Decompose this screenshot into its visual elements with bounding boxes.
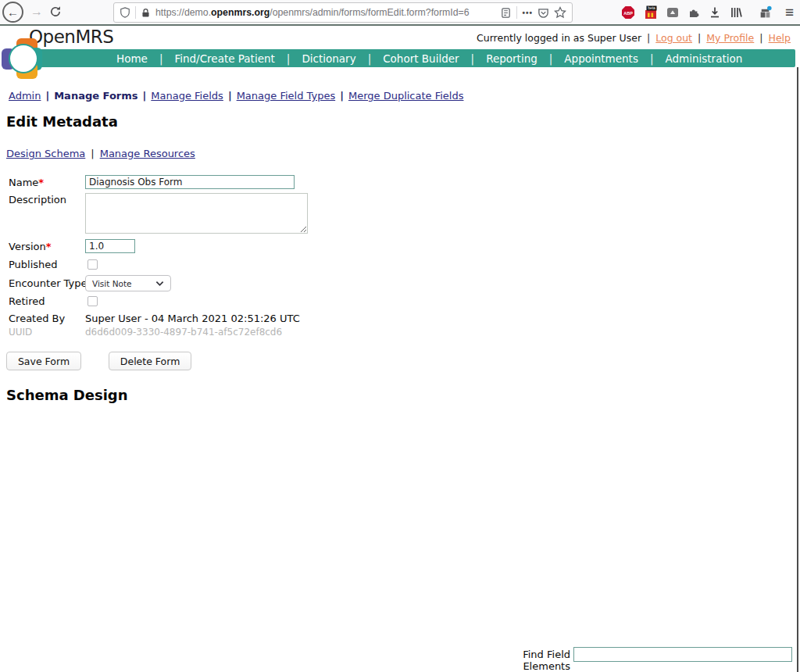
uuid-value: d6d6d009-3330-4897-b741-af5c72ef8cd6 [85, 327, 282, 338]
downloads-button[interactable] [709, 6, 721, 19]
logo-white-circle [10, 45, 37, 72]
my-profile-link[interactable]: My Profile [706, 32, 754, 44]
extension-toolbar: ABP beta [621, 0, 794, 24]
main-navigation-bar: Home | Find/Create Patient | Dictionary … [12, 49, 795, 67]
nav-item-appointments[interactable]: Appointments [552, 52, 650, 65]
retired-checkbox[interactable] [88, 296, 98, 306]
form-subnav: Design Schema | Manage Resources [6, 148, 195, 159]
created-by-label: Created By [9, 313, 65, 324]
reader-mode-icon [500, 7, 512, 19]
divider [135, 6, 136, 19]
openmrs-logo-icon [2, 38, 42, 79]
divider: | [228, 90, 232, 102]
form-buttons: Save Form Delete Form [6, 352, 191, 370]
divider [516, 6, 517, 19]
lock-icon [141, 8, 151, 18]
save-form-button[interactable]: Save Form [6, 352, 81, 370]
published-row: Published [9, 259, 58, 270]
created-by-value: Super User - 04 March 2021 02:51:26 UTC [85, 313, 300, 324]
name-input[interactable] [85, 175, 295, 189]
nav-item-reporting[interactable]: Reporting [474, 52, 549, 65]
breadcrumb-merge-duplicate-fields-link[interactable]: Merge Duplicate Fields [348, 90, 464, 102]
logout-link[interactable]: Log out [655, 32, 692, 44]
beta-extension-icon: beta [644, 5, 658, 20]
published-checkbox[interactable] [88, 259, 98, 270]
manage-resources-link[interactable]: Manage Resources [100, 148, 195, 159]
encounter-type-select[interactable]: Visit Note [85, 275, 171, 291]
page-actions-button[interactable]: ••• [522, 9, 533, 17]
logged-in-text: Currently logged in as Super User [477, 32, 641, 44]
browser-forward-button[interactable]: → [28, 3, 45, 20]
retired-row: Retired [9, 295, 45, 307]
divider: | [647, 32, 650, 44]
delete-form-button[interactable]: Delete Form [109, 352, 191, 370]
openmrs-form-edit-screen: ← → https://demo.openmrs.org/openmrs/adm… [0, 0, 800, 672]
adblock-extension-button[interactable]: ABP [621, 5, 635, 20]
adblock-abp-icon: ABP [621, 5, 635, 20]
published-label: Published [9, 259, 58, 270]
nav-item-home[interactable]: Home [105, 52, 159, 65]
breadcrumb-manage-field-types-link[interactable]: Manage Field Types [237, 90, 336, 102]
uuid-row: UUID [9, 327, 32, 338]
screenshot-extension-button[interactable] [666, 6, 679, 19]
encounter-type-row: Encounter Type [9, 277, 87, 289]
nav-item-administration[interactable]: Administration [653, 52, 754, 65]
uuid-label: UUID [9, 327, 32, 338]
reload-icon [49, 5, 62, 18]
page-right-border [797, 67, 798, 672]
nav-item-cohort-builder[interactable]: Cohort Builder [371, 52, 470, 65]
url-domain: openmrs.org [211, 7, 270, 18]
nav-item-dictionary[interactable]: Dictionary [290, 52, 367, 65]
version-input[interactable] [85, 239, 135, 253]
reader-mode-button[interactable] [500, 7, 512, 19]
schema-design-title: Schema Design [6, 387, 128, 403]
version-row: Version* [9, 241, 52, 252]
breadcrumb-manage-forms-current: Manage Forms [54, 90, 138, 102]
pocket-button[interactable] [538, 7, 549, 19]
browser-reload-button[interactable] [47, 3, 64, 20]
star-icon [554, 6, 566, 19]
version-label: Version* [9, 241, 52, 252]
extensions-button[interactable] [688, 6, 700, 19]
logged-in-bar: Currently logged in as Super User | Log … [477, 32, 791, 44]
nav-item-find-create-patient[interactable]: Find/Create Patient [162, 52, 286, 65]
find-field-elements-label: Find Field Elements [473, 649, 570, 672]
tracking-shield-icon [120, 7, 130, 18]
pocket-icon [538, 7, 549, 19]
breadcrumb-manage-fields-link[interactable]: Manage Fields [151, 90, 223, 102]
help-link[interactable]: Help [769, 32, 791, 44]
url-text[interactable]: https://demo.openmrs.org/openmrs/admin/f… [155, 7, 495, 18]
divider: | [340, 90, 344, 102]
browser-toolbar: ← → https://demo.openmrs.org/openmrs/adm… [0, 0, 800, 26]
browser-back-button[interactable]: ← [2, 2, 23, 23]
url-prefix: https://demo. [155, 7, 211, 18]
page-title: Edit Metadata [6, 113, 118, 130]
encounter-type-selected-value: Visit Note [92, 279, 155, 288]
forward-arrow-icon: → [30, 5, 43, 19]
address-bar[interactable]: https://demo.openmrs.org/openmrs/admin/f… [113, 2, 573, 23]
name-row: Name* [9, 177, 44, 188]
description-textarea[interactable] [85, 193, 308, 234]
find-field-elements-input[interactable] [573, 647, 792, 662]
svg-text:ABP: ABP [623, 10, 633, 15]
divider: | [698, 32, 701, 44]
divider: | [91, 148, 94, 159]
required-marker: * [46, 241, 52, 252]
svg-text:beta: beta [648, 5, 655, 10]
encounter-type-label: Encounter Type [9, 277, 87, 289]
design-schema-link[interactable]: Design Schema [6, 148, 85, 159]
url-path: /openmrs/admin/forms/formEdit.form?formI… [270, 7, 469, 18]
breadcrumb: Admin | Manage Forms | Manage Fields | M… [9, 90, 463, 102]
beta-extension-button[interactable]: beta [644, 5, 658, 20]
whats-new-button[interactable] [759, 5, 772, 19]
breadcrumb-admin-link[interactable]: Admin [9, 90, 41, 102]
screenshot-camera-icon [666, 6, 679, 19]
library-icon [730, 6, 742, 19]
library-button[interactable] [730, 6, 742, 19]
menu-button[interactable]: ≡ [785, 4, 794, 21]
download-icon [709, 6, 721, 19]
created-by-row: Created By [9, 313, 65, 324]
divider: | [759, 32, 762, 44]
bookmark-star-button[interactable] [554, 6, 566, 19]
back-arrow-icon: ← [7, 5, 19, 19]
